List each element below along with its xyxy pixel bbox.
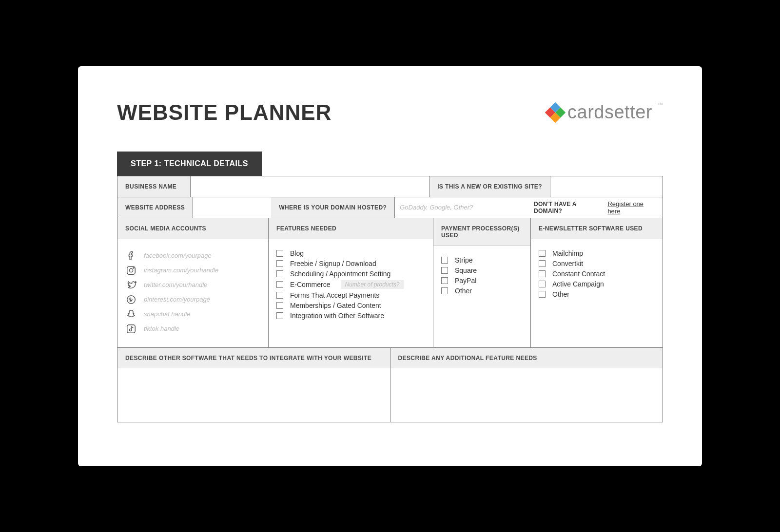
social-header: SOCIAL MEDIA ACCOUNTS [117, 218, 268, 239]
no-domain-text: DON'T HAVE A DOMAIN? [534, 201, 602, 214]
svg-point-1 [129, 268, 133, 272]
newsletter-constant-contact[interactable]: Constant Contact [539, 270, 655, 278]
header: WEBSITE PLANNER cardsetter ™ [117, 100, 663, 125]
describe-additional: DESCRIBE ANY ADDITIONAL FEATURE NEEDS [390, 348, 663, 422]
feature-blog[interactable]: Blog [276, 249, 425, 257]
checkbox-icon[interactable] [276, 312, 283, 319]
describe-additional-input[interactable] [390, 368, 663, 422]
svg-rect-4 [127, 324, 136, 333]
social-pinterest-placeholder: pinterest.com/yourpage [144, 296, 210, 303]
newsletter-body: Mailchimp Convertkit Constant Contact Ac… [531, 239, 663, 347]
newsletter-convertkit[interactable]: Convertkit [539, 260, 655, 267]
checkbox-icon[interactable] [276, 270, 283, 277]
payment-paypal[interactable]: PayPal [441, 277, 523, 285]
brand-logo: cardsetter ™ [548, 102, 663, 123]
checkbox-icon[interactable] [539, 250, 546, 257]
describe-integrate-label: DESCRIBE OTHER SOFTWARE THAT NEEDS TO IN… [117, 348, 390, 368]
register-domain-link[interactable]: Register one here [607, 200, 655, 215]
payment-stripe[interactable]: Stripe [441, 256, 523, 264]
website-address-input[interactable] [193, 197, 271, 218]
row-business-name: BUSINESS NAME IS THIS A NEW OR EXISTING … [117, 176, 663, 197]
form-container: BUSINESS NAME IS THIS A NEW OR EXISTING … [117, 176, 663, 422]
social-instagram[interactable]: instagram.com/yourhandle [125, 265, 260, 276]
checkbox-icon[interactable] [539, 260, 546, 267]
new-or-existing-label: IS THIS A NEW OR EXISTING SITE? [429, 176, 550, 197]
feature-ecommerce[interactable]: E-CommerceNumber of products? [276, 280, 425, 289]
feature-freebie[interactable]: Freebie / Signup / Download [276, 260, 425, 267]
row-describe: DESCRIBE OTHER SOFTWARE THAT NEEDS TO IN… [117, 348, 663, 422]
newsletter-header: E-NEWSLETTER SOFTWARE USED [531, 218, 663, 239]
describe-integrate: DESCRIBE OTHER SOFTWARE THAT NEEDS TO IN… [117, 348, 390, 422]
step-tab: STEP 1: TECHNICAL DETAILS [117, 152, 262, 176]
ecommerce-products-placeholder[interactable]: Number of products? [341, 280, 403, 289]
feature-integration[interactable]: Integration with Other Software [276, 312, 425, 320]
domain-hosted-input[interactable]: GoDaddy, Google, Other? [395, 197, 526, 218]
payment-other[interactable]: Other [441, 287, 523, 295]
feature-memberships[interactable]: Memberships / Gated Content [276, 302, 425, 309]
page-title: WEBSITE PLANNER [117, 100, 332, 125]
col-features: FEATURES NEEDED Blog Freebie / Signup / … [269, 218, 433, 347]
newsletter-active-campaign[interactable]: Active Campaign [539, 280, 655, 288]
svg-point-2 [133, 267, 134, 268]
brand-name: cardsetter [567, 102, 652, 123]
domain-hosted-label: WHERE IS YOUR DOMAIN HOSTED? [271, 197, 395, 218]
trademark-symbol: ™ [657, 101, 663, 108]
feature-forms-payments[interactable]: Forms That Accept Payments [276, 291, 425, 299]
describe-additional-label: DESCRIBE ANY ADDITIONAL FEATURE NEEDS [390, 348, 663, 368]
social-body: facebook.com/yourpage instagram.com/your… [117, 239, 268, 347]
brand-diamond-icon [545, 102, 566, 122]
col-social: SOCIAL MEDIA ACCOUNTS facebook.com/yourp… [117, 218, 269, 347]
newsletter-mailchimp[interactable]: Mailchimp [539, 249, 655, 257]
checkbox-icon[interactable] [276, 281, 283, 288]
social-twitter[interactable]: twitter.com/yourhandle [125, 279, 260, 291]
payment-header: PAYMENT PROCESSOR(S) USED [433, 218, 530, 246]
checkbox-icon[interactable] [276, 250, 283, 257]
row-main-columns: SOCIAL MEDIA ACCOUNTS facebook.com/yourp… [117, 218, 663, 348]
business-name-label: BUSINESS NAME [117, 176, 191, 197]
checkbox-icon[interactable] [539, 270, 546, 277]
pinterest-icon [125, 294, 137, 305]
checkbox-icon[interactable] [441, 267, 448, 274]
checkbox-icon[interactable] [441, 257, 448, 264]
describe-integrate-input[interactable] [117, 368, 390, 422]
features-body: Blog Freebie / Signup / Download Schedul… [269, 239, 433, 347]
business-name-input[interactable] [191, 176, 429, 197]
checkbox-icon[interactable] [539, 291, 546, 298]
social-pinterest[interactable]: pinterest.com/yourpage [125, 294, 260, 305]
features-header: FEATURES NEEDED [269, 218, 433, 239]
social-facebook-placeholder: facebook.com/yourpage [144, 252, 212, 259]
snapchat-icon [125, 308, 137, 320]
payment-square[interactable]: Square [441, 266, 523, 274]
social-instagram-placeholder: instagram.com/yourhandle [144, 266, 218, 274]
facebook-icon [125, 250, 137, 262]
social-twitter-placeholder: twitter.com/yourhandle [144, 281, 207, 288]
document-page: WEBSITE PLANNER cardsetter ™ STEP 1: TEC… [78, 66, 702, 466]
col-newsletter: E-NEWSLETTER SOFTWARE USED Mailchimp Con… [531, 218, 663, 347]
social-tiktok-placeholder: tiktok handle [144, 325, 179, 332]
domain-hosted-placeholder: GoDaddy, Google, Other? [400, 204, 473, 211]
payment-body: Stripe Square PayPal Other [433, 246, 530, 347]
social-tiktok[interactable]: tiktok handle [125, 323, 260, 335]
newsletter-other[interactable]: Other [539, 290, 655, 298]
checkbox-icon[interactable] [276, 302, 283, 309]
new-or-existing-input[interactable] [550, 176, 663, 197]
instagram-icon [125, 265, 137, 276]
social-facebook[interactable]: facebook.com/yourpage [125, 250, 260, 262]
twitter-icon [125, 279, 137, 291]
checkbox-icon[interactable] [441, 277, 448, 284]
checkbox-icon[interactable] [276, 260, 283, 267]
social-snapchat[interactable]: snapchat handle [125, 308, 260, 320]
website-address-label: WEBSITE ADDRESS [117, 197, 193, 218]
col-payment: PAYMENT PROCESSOR(S) USED Stripe Square … [433, 218, 531, 347]
tiktok-icon [125, 323, 137, 335]
no-domain-cell: DON'T HAVE A DOMAIN? Register one here [526, 197, 663, 218]
social-snapchat-placeholder: snapchat handle [144, 310, 190, 318]
checkbox-icon[interactable] [441, 287, 448, 294]
feature-scheduling[interactable]: Scheduling / Appointment Setting [276, 270, 425, 278]
svg-point-3 [127, 295, 136, 304]
row-website-address: WEBSITE ADDRESS WHERE IS YOUR DOMAIN HOS… [117, 197, 663, 218]
checkbox-icon[interactable] [276, 292, 283, 299]
checkbox-icon[interactable] [539, 281, 546, 287]
